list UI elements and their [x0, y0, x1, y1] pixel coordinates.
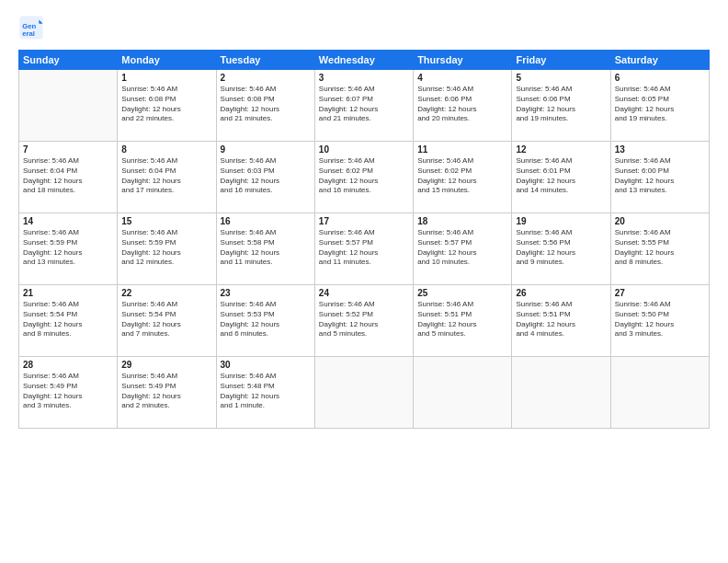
day-number: 21 [23, 288, 113, 298]
day-cell: 27Sunrise: 5:46 AM Sunset: 5:50 PM Dayli… [610, 285, 709, 357]
day-info: Sunrise: 5:46 AM Sunset: 5:54 PM Dayligh… [23, 300, 113, 339]
day-cell [314, 357, 413, 429]
page: Gen eral SundayMondayTuesdayWednesdayThu… [0, 0, 728, 563]
day-number: 4 [417, 73, 507, 83]
logo-icon: Gen eral [18, 15, 44, 40]
day-number: 24 [319, 288, 409, 298]
day-number: 23 [221, 288, 311, 298]
day-info: Sunrise: 5:46 AM Sunset: 5:49 PM Dayligh… [23, 372, 113, 411]
day-cell: 16Sunrise: 5:46 AM Sunset: 5:58 PM Dayli… [216, 213, 314, 285]
day-cell: 10Sunrise: 5:46 AM Sunset: 6:02 PM Dayli… [314, 142, 413, 213]
weekday-header-friday: Friday [512, 51, 610, 70]
day-info: Sunrise: 5:46 AM Sunset: 6:04 PM Dayligh… [23, 156, 113, 196]
day-info: Sunrise: 5:46 AM Sunset: 5:49 PM Dayligh… [121, 372, 211, 411]
day-info: Sunrise: 5:46 AM Sunset: 6:01 PM Dayligh… [516, 156, 606, 196]
week-row-3: 21Sunrise: 5:46 AM Sunset: 5:54 PM Dayli… [19, 285, 710, 357]
day-info: Sunrise: 5:46 AM Sunset: 6:08 PM Dayligh… [121, 85, 211, 124]
day-info: Sunrise: 5:46 AM Sunset: 6:05 PM Dayligh… [615, 85, 705, 124]
day-cell [610, 357, 709, 429]
day-cell: 20Sunrise: 5:46 AM Sunset: 5:55 PM Dayli… [610, 213, 709, 285]
day-info: Sunrise: 5:46 AM Sunset: 6:03 PM Dayligh… [221, 156, 311, 196]
day-number: 30 [221, 360, 311, 370]
day-info: Sunrise: 5:46 AM Sunset: 5:51 PM Dayligh… [516, 300, 606, 339]
day-info: Sunrise: 5:46 AM Sunset: 5:51 PM Dayligh… [417, 300, 507, 339]
day-cell: 30Sunrise: 5:46 AM Sunset: 5:48 PM Dayli… [216, 357, 314, 429]
day-cell: 5Sunrise: 5:46 AM Sunset: 6:06 PM Daylig… [512, 70, 610, 142]
day-cell: 19Sunrise: 5:46 AM Sunset: 5:56 PM Dayli… [512, 213, 610, 285]
day-info: Sunrise: 5:46 AM Sunset: 5:59 PM Dayligh… [121, 228, 211, 268]
day-cell [414, 357, 512, 429]
day-cell: 11Sunrise: 5:46 AM Sunset: 6:02 PM Dayli… [414, 142, 512, 213]
day-info: Sunrise: 5:46 AM Sunset: 5:55 PM Dayligh… [615, 228, 705, 268]
day-number: 14 [23, 216, 113, 226]
day-cell: 21Sunrise: 5:46 AM Sunset: 5:54 PM Dayli… [19, 285, 118, 357]
day-number: 15 [121, 216, 211, 226]
weekday-header-tuesday: Tuesday [216, 51, 314, 70]
day-info: Sunrise: 5:46 AM Sunset: 5:53 PM Dayligh… [221, 300, 311, 339]
day-info: Sunrise: 5:46 AM Sunset: 6:06 PM Dayligh… [516, 85, 606, 124]
day-cell: 3Sunrise: 5:46 AM Sunset: 6:07 PM Daylig… [314, 70, 413, 142]
day-cell: 17Sunrise: 5:46 AM Sunset: 5:57 PM Dayli… [314, 213, 413, 285]
weekday-header-saturday: Saturday [610, 51, 709, 70]
day-info: Sunrise: 5:46 AM Sunset: 5:52 PM Dayligh… [319, 300, 409, 339]
calendar-table: SundayMondayTuesdayWednesdayThursdayFrid… [18, 50, 710, 429]
day-number: 29 [121, 360, 211, 370]
day-number: 5 [516, 73, 606, 83]
day-info: Sunrise: 5:46 AM Sunset: 6:00 PM Dayligh… [615, 156, 705, 196]
day-info: Sunrise: 5:46 AM Sunset: 5:54 PM Dayligh… [121, 300, 211, 339]
day-info: Sunrise: 5:46 AM Sunset: 5:59 PM Dayligh… [23, 228, 113, 268]
day-number: 3 [319, 73, 409, 83]
header: Gen eral [18, 15, 710, 40]
day-number: 10 [319, 144, 409, 155]
day-number: 22 [121, 288, 211, 298]
day-number: 11 [417, 144, 507, 155]
day-cell: 22Sunrise: 5:46 AM Sunset: 5:54 PM Dayli… [118, 285, 216, 357]
day-info: Sunrise: 5:46 AM Sunset: 6:07 PM Dayligh… [319, 85, 409, 124]
day-number: 17 [319, 216, 409, 226]
day-cell: 28Sunrise: 5:46 AM Sunset: 5:49 PM Dayli… [19, 357, 118, 429]
day-number: 6 [615, 73, 705, 83]
day-cell: 13Sunrise: 5:46 AM Sunset: 6:00 PM Dayli… [610, 142, 709, 213]
day-cell: 9Sunrise: 5:46 AM Sunset: 6:03 PM Daylig… [216, 142, 314, 213]
day-cell: 29Sunrise: 5:46 AM Sunset: 5:49 PM Dayli… [118, 357, 216, 429]
day-cell: 4Sunrise: 5:46 AM Sunset: 6:06 PM Daylig… [414, 70, 512, 142]
week-row-4: 28Sunrise: 5:46 AM Sunset: 5:49 PM Dayli… [19, 357, 710, 429]
day-number: 9 [221, 144, 311, 155]
day-cell: 6Sunrise: 5:46 AM Sunset: 6:05 PM Daylig… [610, 70, 709, 142]
day-cell: 15Sunrise: 5:46 AM Sunset: 5:59 PM Dayli… [118, 213, 216, 285]
day-cell [512, 357, 610, 429]
day-number: 26 [516, 288, 606, 298]
day-cell [19, 70, 118, 142]
day-info: Sunrise: 5:46 AM Sunset: 6:02 PM Dayligh… [417, 156, 507, 196]
day-info: Sunrise: 5:46 AM Sunset: 6:04 PM Dayligh… [121, 156, 211, 196]
day-cell: 24Sunrise: 5:46 AM Sunset: 5:52 PM Dayli… [314, 285, 413, 357]
day-cell: 25Sunrise: 5:46 AM Sunset: 5:51 PM Dayli… [414, 285, 512, 357]
day-info: Sunrise: 5:46 AM Sunset: 6:08 PM Dayligh… [221, 85, 311, 124]
weekday-header-sunday: Sunday [19, 51, 118, 70]
day-number: 28 [23, 360, 113, 370]
day-cell: 7Sunrise: 5:46 AM Sunset: 6:04 PM Daylig… [19, 142, 118, 213]
day-number: 18 [417, 216, 507, 226]
day-cell: 23Sunrise: 5:46 AM Sunset: 5:53 PM Dayli… [216, 285, 314, 357]
day-info: Sunrise: 5:46 AM Sunset: 5:50 PM Dayligh… [615, 300, 705, 339]
weekday-header-thursday: Thursday [414, 51, 512, 70]
day-number: 16 [221, 216, 311, 226]
weekday-header-wednesday: Wednesday [314, 51, 413, 70]
day-cell: 18Sunrise: 5:46 AM Sunset: 5:57 PM Dayli… [414, 213, 512, 285]
day-cell: 8Sunrise: 5:46 AM Sunset: 6:04 PM Daylig… [118, 142, 216, 213]
day-info: Sunrise: 5:46 AM Sunset: 5:57 PM Dayligh… [417, 228, 507, 268]
day-cell: 1Sunrise: 5:46 AM Sunset: 6:08 PM Daylig… [118, 70, 216, 142]
day-cell: 12Sunrise: 5:46 AM Sunset: 6:01 PM Dayli… [512, 142, 610, 213]
day-number: 13 [615, 144, 705, 155]
day-number: 1 [121, 73, 211, 83]
day-number: 7 [23, 144, 113, 155]
day-cell: 2Sunrise: 5:46 AM Sunset: 6:08 PM Daylig… [216, 70, 314, 142]
day-info: Sunrise: 5:46 AM Sunset: 6:06 PM Dayligh… [417, 85, 507, 124]
day-number: 25 [417, 288, 507, 298]
svg-text:eral: eral [22, 29, 35, 38]
day-number: 12 [516, 144, 606, 155]
day-info: Sunrise: 5:46 AM Sunset: 5:56 PM Dayligh… [516, 228, 606, 268]
day-info: Sunrise: 5:46 AM Sunset: 5:48 PM Dayligh… [221, 372, 311, 411]
weekday-header-row: SundayMondayTuesdayWednesdayThursdayFrid… [19, 51, 710, 70]
day-cell: 26Sunrise: 5:46 AM Sunset: 5:51 PM Dayli… [512, 285, 610, 357]
